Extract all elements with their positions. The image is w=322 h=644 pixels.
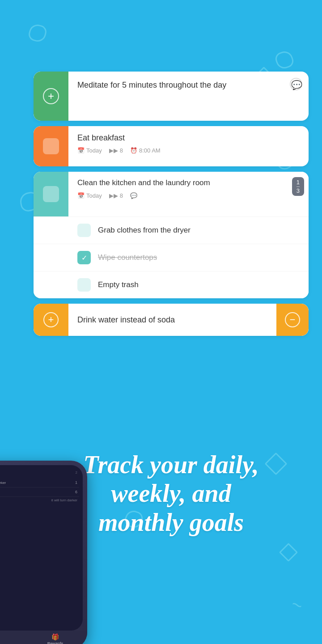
breakfast-meta: 📅 Today ▶▶ 8 ⏰ 8:00 AM [77,147,301,154]
card-breakfast-body: Eat breakfast 📅 Today ▶▶ 8 ⏰ 8:00 AM [68,126,309,166]
phone-overlay: 2 ▶▶ it will turn darker 1 ▶▶ 6 it will … [0,461,87,644]
kitchen-comment[interactable]: 💬 [130,192,137,199]
headline-line3: monthly goals [98,508,244,536]
sub-label-wipe-countertops: Wipe countertops [98,253,157,262]
card-kitchen: Clean the kitchen and the laundry room 📅… [34,172,309,298]
breakfast-repeat: ▶▶ 8 [109,147,123,154]
fraction-top: 1 [297,179,300,186]
kitchen-schedule-label: Today [86,192,102,199]
headline-line1: Track your daily, [83,451,258,479]
sub-label-empty-trash: Empty trash [98,280,139,289]
clock-icon: ⏰ [130,147,137,154]
calendar-icon-2: 📅 [77,192,85,199]
meditate-title: Meditate for 5 minutes throughout the da… [77,80,301,90]
phone-item-num-2: 6 [75,490,77,494]
phone-label: it will turn darker [0,497,79,504]
breakfast-repeat-count: 8 [120,147,123,154]
phone-nav-rewards[interactable]: 🎁 Rewards [47,633,64,644]
card-breakfast: Eat breakfast 📅 Today ▶▶ 8 ⏰ 8:00 AM [34,126,309,166]
deco-shape-1 [27,23,48,44]
cards-container: + Meditate for 5 minutes throughout the … [34,72,309,341]
card-water-accent-left: + [34,304,68,336]
minus-icon-water[interactable]: − [285,312,300,327]
checkbox-breakfast[interactable] [43,138,59,154]
phone-nav: ✓ To Do's 🎁 Rewards [0,631,87,644]
card-meditate: + Meditate for 5 minutes throughout the … [34,72,309,121]
card-meditate-body: Meditate for 5 minutes throughout the da… [68,72,309,97]
sub-item-empty-trash: Empty trash [34,271,309,298]
sub-label-grab-clothes: Grab clothes from the dryer [98,226,191,235]
fraction-line [297,186,300,187]
breakfast-time: ⏰ 8:00 AM [130,147,161,154]
breakfast-schedule: 📅 Today [77,147,102,154]
phone-item-num-1: 1 [75,480,77,485]
fraction-badge: 1 3 [292,177,304,196]
plus-icon-water[interactable]: + [43,312,59,327]
card-meditate-accent: + [34,72,68,121]
rewards-icon: 🎁 [51,633,59,640]
calendar-icon: 📅 [77,147,85,154]
card-kitchen-body: Clean the kitchen and the laundry room 📅… [68,172,309,216]
sub-item-wipe-countertops: ✓ Wipe countertops [34,244,309,271]
kitchen-meta: 📅 Today ▶▶ 8 💬 [77,192,286,199]
kitchen-schedule: 📅 Today [77,192,102,199]
checkbox-kitchen[interactable] [43,186,59,202]
phone-screen: 2 ▶▶ it will turn darker 1 ▶▶ 6 it will … [0,465,83,631]
breakfast-time-label: 8:00 AM [139,147,161,154]
breakfast-schedule-label: Today [86,147,102,154]
card-kitchen-accent [34,172,68,216]
fraction-bottom: 3 [297,187,300,195]
headline-line2: weekly, and [111,479,231,507]
card-water-body: Drink water instead of soda [68,315,276,325]
sub-items-container: Grab clothes from the dryer ✓ Wipe count… [34,216,309,298]
sub-item-grab-clothes: Grab clothes from the dryer [34,216,309,244]
repeat-icon: ▶▶ [109,147,118,154]
checkbox-wipe-countertops[interactable]: ✓ [77,251,91,264]
checkbox-grab-clothes[interactable] [77,224,91,237]
repeat-icon-2: ▶▶ [109,192,118,199]
deco-shape-7 [279,543,298,562]
breakfast-title: Eat breakfast [77,133,301,143]
kitchen-repeat-count: 8 [120,192,123,199]
water-title: Drink water instead of soda [77,315,269,325]
deco-shape-2 [274,49,296,71]
checkbox-empty-trash[interactable] [77,278,91,292]
phone-list-item-1: ▶▶ it will turn darker 1 [0,478,79,487]
card-water-accent-right: − [276,304,309,336]
deco-shape-9: ~ [288,593,305,616]
side-number: 2 [76,470,77,475]
card-breakfast-accent [34,126,68,166]
phone-item-label-1: it will turn darker [0,481,6,485]
kitchen-title: Clean the kitchen and the laundry room [77,178,286,188]
phone-list-item-2: ▶▶ 6 [0,487,79,497]
card-kitchen-top: Clean the kitchen and the laundry room 📅… [34,172,309,216]
plus-icon[interactable]: + [43,88,59,104]
card-water: + Drink water instead of soda − [34,304,309,336]
kitchen-repeat: ▶▶ 8 [109,192,123,199]
comment-icon[interactable]: 💬 [291,80,302,90]
rewards-label: Rewards [47,641,64,644]
comment-icon-2: 💬 [130,192,137,199]
